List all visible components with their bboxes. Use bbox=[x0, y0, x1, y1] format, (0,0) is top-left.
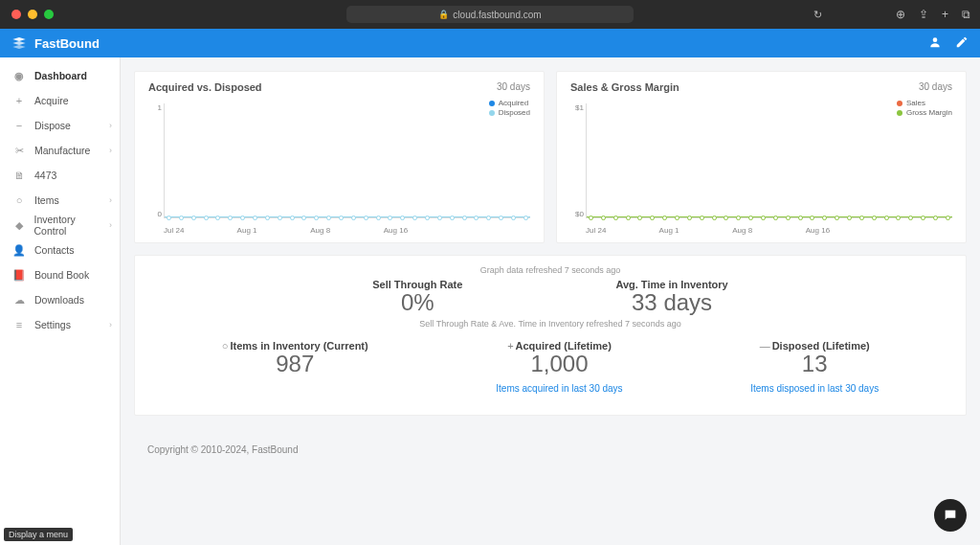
topbar-right bbox=[928, 35, 969, 52]
sidebar-item-contacts[interactable]: 👤Contacts bbox=[0, 238, 120, 262]
sidebar-item-items[interactable]: ○Items› bbox=[0, 188, 120, 213]
chat-button[interactable] bbox=[934, 499, 967, 532]
data-point bbox=[835, 216, 839, 220]
sidebar-item-label: Dispose bbox=[34, 120, 71, 131]
stat-sell-through: Sell Through Rate 0% bbox=[372, 279, 462, 315]
sidebar-icon: ☁ bbox=[11, 294, 27, 307]
stats-card: Graph data refreshed 7 seconds ago Sell … bbox=[134, 255, 967, 416]
svg-point-0 bbox=[933, 37, 938, 42]
data-point bbox=[314, 216, 319, 220]
disposed-link[interactable]: Items disposed in last 30 days bbox=[750, 383, 879, 394]
sidebar-item-downloads[interactable]: ☁Downloads bbox=[0, 287, 120, 312]
data-point bbox=[798, 216, 803, 220]
sidebar-item-4473[interactable]: 🗎4473 bbox=[0, 163, 120, 188]
url-text: cloud.fastbound.com bbox=[453, 10, 541, 20]
tooltip-display-menu: Display a menu bbox=[4, 528, 73, 541]
x-tick: Aug 16 bbox=[384, 226, 457, 235]
data-point bbox=[859, 216, 864, 220]
sidebar-icon: + bbox=[11, 95, 27, 106]
data-point bbox=[301, 216, 306, 220]
chevron-right-icon: › bbox=[109, 320, 112, 329]
chevron-right-icon: › bbox=[109, 146, 112, 155]
data-point bbox=[240, 216, 245, 220]
data-point bbox=[326, 216, 331, 220]
data-point bbox=[700, 216, 704, 220]
data-series bbox=[587, 216, 952, 220]
x-axis: Jul 24Aug 1Aug 8Aug 16 bbox=[164, 226, 530, 235]
data-point bbox=[228, 216, 233, 220]
download-icon[interactable]: ⊕ bbox=[896, 8, 905, 21]
data-point bbox=[376, 216, 381, 220]
x-tick: Aug 16 bbox=[806, 226, 880, 235]
data-point bbox=[773, 216, 778, 220]
sidebar-item-inventory-control[interactable]: ◆Inventory Control› bbox=[0, 213, 120, 238]
data-point bbox=[896, 216, 901, 220]
acquired-link[interactable]: Items acquired in last 30 days bbox=[496, 383, 622, 394]
data-point bbox=[351, 216, 356, 220]
data-point bbox=[179, 216, 184, 220]
data-point bbox=[650, 216, 655, 220]
sidebar-item-label: Inventory Control bbox=[34, 214, 109, 237]
y-axis: $1$0 bbox=[570, 103, 584, 218]
stat-value: 987 bbox=[222, 352, 368, 376]
data-point bbox=[687, 216, 692, 220]
chart-title: Acquired vs. Disposed bbox=[148, 81, 262, 93]
data-point bbox=[450, 216, 455, 220]
tabs-icon[interactable]: ⧉ bbox=[962, 8, 970, 21]
sidebar-item-dispose[interactable]: −Dispose› bbox=[0, 113, 120, 138]
sidebar-item-manufacture[interactable]: ✂Manufacture› bbox=[0, 138, 120, 163]
y-tick: 0 bbox=[148, 210, 162, 218]
x-tick: Aug 1 bbox=[659, 226, 733, 235]
chevron-right-icon: › bbox=[109, 195, 112, 205]
y-tick: $1 bbox=[570, 103, 584, 112]
data-point bbox=[724, 216, 728, 220]
y-tick: $0 bbox=[570, 210, 584, 218]
plot-area bbox=[164, 103, 530, 218]
data-point bbox=[822, 216, 827, 220]
lock-icon: 🔒 bbox=[438, 10, 449, 19]
minus-icon: — bbox=[760, 340, 770, 352]
maximize-window-button[interactable] bbox=[44, 10, 54, 19]
sidebar-item-label: Dashboard bbox=[34, 70, 87, 81]
data-point bbox=[167, 216, 171, 220]
x-tick: Jul 24 bbox=[586, 226, 659, 235]
data-point bbox=[872, 216, 877, 220]
data-point bbox=[486, 216, 491, 220]
sidebar-item-label: Downloads bbox=[34, 294, 84, 306]
data-point bbox=[437, 216, 442, 220]
brand[interactable]: FastBound bbox=[11, 35, 100, 51]
minimize-window-button[interactable] bbox=[28, 10, 37, 19]
app-topbar: FastBound bbox=[0, 29, 980, 57]
address-bar[interactable]: 🔒 cloud.fastbound.com bbox=[346, 6, 634, 23]
reload-icon[interactable]: ↻ bbox=[813, 9, 822, 21]
plot-area bbox=[586, 103, 952, 218]
data-point bbox=[388, 216, 392, 220]
stat-inventory: ○Items in Inventory (Current) 987 bbox=[222, 340, 368, 393]
sidebar-item-bound-book[interactable]: 📕Bound Book bbox=[0, 262, 120, 287]
sidebar-icon: − bbox=[11, 120, 27, 131]
chart-range: 30 days bbox=[919, 81, 952, 93]
sidebar-item-label: Contacts bbox=[34, 244, 74, 256]
sidebar-item-acquire[interactable]: +Acquire bbox=[0, 88, 120, 113]
data-point bbox=[786, 216, 791, 220]
sidebar-item-settings[interactable]: ≡Settings› bbox=[0, 312, 120, 337]
sidebar-icon: 🗎 bbox=[11, 170, 27, 181]
data-point bbox=[712, 216, 717, 220]
user-icon[interactable] bbox=[928, 35, 942, 52]
sidebar-item-label: Items bbox=[34, 194, 59, 206]
data-point bbox=[946, 216, 950, 220]
stat-acquired: +Acquired (Lifetime) 1,000 Items acquire… bbox=[496, 340, 622, 393]
chart-area-right: SalesGross Margin$1$0Jul 24Aug 1Aug 8Aug… bbox=[570, 99, 952, 235]
new-tab-icon[interactable]: + bbox=[942, 8, 948, 21]
sidebar-item-label: Bound Book bbox=[34, 269, 89, 281]
data-point bbox=[884, 216, 889, 220]
data-point bbox=[511, 216, 516, 220]
data-point bbox=[921, 216, 925, 220]
share-icon[interactable]: ⇪ bbox=[919, 8, 928, 21]
edit-icon[interactable] bbox=[955, 35, 969, 52]
data-point bbox=[761, 216, 766, 220]
data-point bbox=[626, 216, 631, 220]
sidebar-item-dashboard[interactable]: ◉Dashboard bbox=[0, 63, 120, 88]
chart-range: 30 days bbox=[497, 81, 530, 93]
close-window-button[interactable] bbox=[11, 10, 21, 19]
